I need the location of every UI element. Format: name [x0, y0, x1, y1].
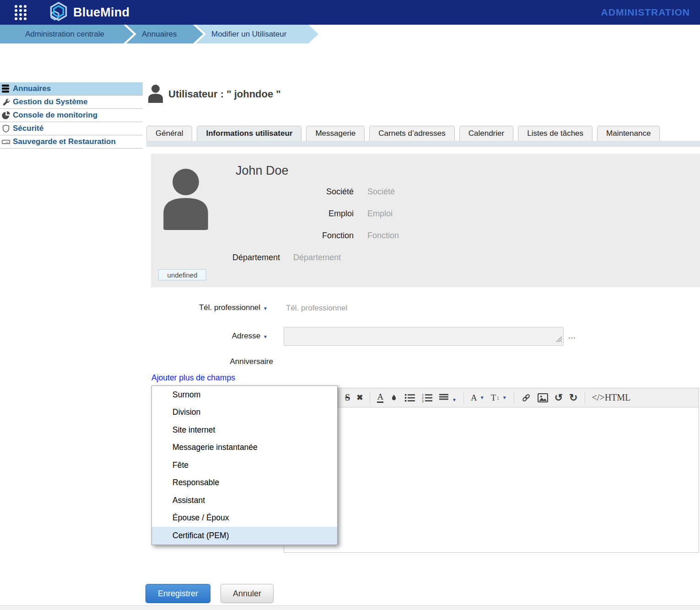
font-size-caret-icon: ▼: [502, 395, 507, 400]
sidebar: Annuaires Gestion du Système Console de …: [0, 82, 143, 149]
sidebar-item-gestion-systeme[interactable]: Gestion du Système: [0, 96, 143, 109]
insert-image-button[interactable]: [538, 393, 548, 402]
phone-label-row: Tél. professionnel▼: [151, 303, 268, 312]
toolbar-separator: [514, 392, 514, 404]
pie-chart-icon: [1, 110, 11, 120]
menu-item-responsable[interactable]: Responsable: [152, 474, 337, 492]
strikethrough-button[interactable]: S: [345, 392, 350, 403]
highlight-color-button[interactable]: [390, 393, 398, 403]
address-more-button[interactable]: ...: [568, 332, 576, 340]
apps-grid-icon[interactable]: [15, 5, 27, 20]
svg-text:2: 2: [422, 396, 424, 400]
menu-item-fete[interactable]: Fête: [152, 456, 337, 474]
drive-icon: [1, 137, 11, 147]
undefined-badge: undefined: [158, 269, 206, 280]
editor-toolbar: S ✖ A 1 2 3: [284, 388, 699, 407]
footer-strip: [0, 605, 700, 610]
add-more-fields-link[interactable]: Ajouter plus de champs: [151, 373, 235, 383]
svg-text:1: 1: [422, 393, 424, 396]
tab-strip: [146, 141, 700, 147]
insert-link-button[interactable]: [521, 393, 531, 403]
menu-item-surnom[interactable]: Surnom: [152, 386, 337, 404]
save-button[interactable]: Enregistrer: [145, 584, 210, 603]
notes-editor: S ✖ A 1 2 3: [284, 388, 699, 553]
birthday-label: Anniversaire: [230, 357, 274, 366]
bluemind-logo[interactable]: BlueMind: [48, 1, 129, 23]
sidebar-item-annuaires[interactable]: Annuaires: [0, 82, 143, 96]
font-color-button[interactable]: A: [377, 392, 383, 403]
societe-field[interactable]: Société: [367, 187, 395, 197]
departement-field[interactable]: Département: [293, 253, 341, 262]
toolbar-separator: [370, 392, 370, 404]
tab-messagerie[interactable]: Messagerie: [306, 126, 365, 141]
redo-button[interactable]: ↻: [569, 392, 577, 404]
menu-item-site-internet[interactable]: Site internet: [152, 421, 337, 439]
user-avatar-icon: [146, 84, 165, 105]
breadcrumb-item-annuaires[interactable]: Annuaires: [126, 25, 203, 43]
address-textarea[interactable]: [284, 327, 564, 346]
bluemind-logo-icon: [48, 1, 69, 23]
toolbar-separator: [463, 392, 464, 404]
bullet-list-button[interactable]: [404, 393, 415, 402]
societe-label: Société: [326, 187, 354, 197]
emploi-field[interactable]: Emploi: [367, 209, 393, 219]
phone-label[interactable]: Tél. professionnel: [199, 303, 260, 312]
menu-item-messagerie-instantanee[interactable]: Messagerie instantanée: [152, 439, 337, 457]
breadcrumb-item-administration-centrale[interactable]: Administration centrale: [0, 25, 134, 43]
html-source-button[interactable]: </>HTML: [592, 392, 631, 403]
address-label[interactable]: Adresse: [232, 332, 260, 340]
tab-general[interactable]: Général: [146, 126, 192, 141]
tab-bar: Général Informations utilisateur Message…: [146, 126, 660, 141]
menu-item-epouse-epoux[interactable]: Épouse / Époux: [152, 509, 337, 527]
numbered-list-button[interactable]: 1 2 3: [422, 393, 433, 402]
tab-maintenance[interactable]: Maintenance: [597, 126, 660, 141]
page-title: Utilisateur : " johndoe ": [168, 88, 281, 100]
app-title: BlueMind: [73, 5, 129, 20]
list-icon: [1, 84, 11, 94]
shield-icon: [1, 123, 11, 134]
menu-item-division[interactable]: Division: [152, 404, 337, 422]
administration-label: ADMINISTRATION: [601, 0, 690, 25]
page-title-row: Utilisateur : " johndoe ": [146, 84, 281, 105]
wrench-icon: [1, 97, 11, 107]
resize-handle-icon[interactable]: [556, 336, 562, 344]
bluemind-admin-screen: BlueMind ADMINISTRATION Administration c…: [0, 0, 700, 610]
svg-text:3: 3: [422, 400, 424, 402]
add-fields-dropdown-menu: Surnom Division Site internet Messagerie…: [151, 385, 338, 545]
sidebar-item-sauvegarde-restauration[interactable]: Sauvegarde et Restauration: [0, 135, 143, 149]
tab-listes-taches[interactable]: Listes de tâches: [518, 126, 592, 141]
menu-item-assistant[interactable]: Assistant: [152, 492, 337, 509]
breadcrumb-item-modifier-utilisateur[interactable]: Modifier un Utilisateur: [196, 25, 318, 43]
fonction-field[interactable]: Fonction: [367, 231, 399, 241]
phone-type-caret-icon[interactable]: ▼: [263, 306, 268, 311]
profile-avatar-icon: [158, 166, 214, 232]
cancel-button[interactable]: Annuler: [221, 584, 274, 603]
font-family-caret-icon: ▼: [480, 395, 485, 400]
profile-name: John Doe: [236, 164, 289, 178]
menu-item-certificat-pem[interactable]: Certificat (PEM): [152, 527, 337, 545]
breadcrumb: Administration centrale Annuaires Modifi…: [0, 25, 700, 43]
sidebar-item-console-monitoring[interactable]: Console de monitoring: [0, 109, 143, 122]
toolbar-separator: [585, 392, 585, 404]
clear-formatting-button[interactable]: ✖: [356, 393, 363, 402]
profile-card: John Doe Société Société Emploi Emploi F…: [151, 154, 700, 287]
top-bar: BlueMind ADMINISTRATION: [0, 0, 700, 25]
undo-button[interactable]: ↺: [555, 392, 563, 404]
sidebar-item-securite[interactable]: Sécurité: [0, 122, 143, 135]
font-family-button[interactable]: A ▼: [471, 393, 485, 403]
address-type-caret-icon[interactable]: ▼: [263, 334, 268, 339]
address-label-row: Adresse▼: [151, 332, 268, 341]
editor-content-area[interactable]: [284, 407, 699, 553]
tab-informations-utilisateur[interactable]: Informations utilisateur: [197, 126, 302, 141]
tab-carnets-adresses[interactable]: Carnets d’adresses: [369, 126, 454, 141]
font-size-button[interactable]: T↕ ▼: [491, 393, 507, 403]
birthday-label-row: Anniversaire: [151, 357, 273, 366]
tab-calendrier[interactable]: Calendrier: [459, 126, 513, 141]
phone-input[interactable]: Tél. professionnel: [286, 304, 347, 313]
alignment-button[interactable]: ▼: [439, 393, 457, 402]
alignment-caret-icon: ▼: [452, 397, 457, 402]
fonction-label: Fonction: [322, 231, 354, 241]
emploi-label: Emploi: [328, 209, 354, 219]
departement-label: Département: [232, 253, 280, 262]
